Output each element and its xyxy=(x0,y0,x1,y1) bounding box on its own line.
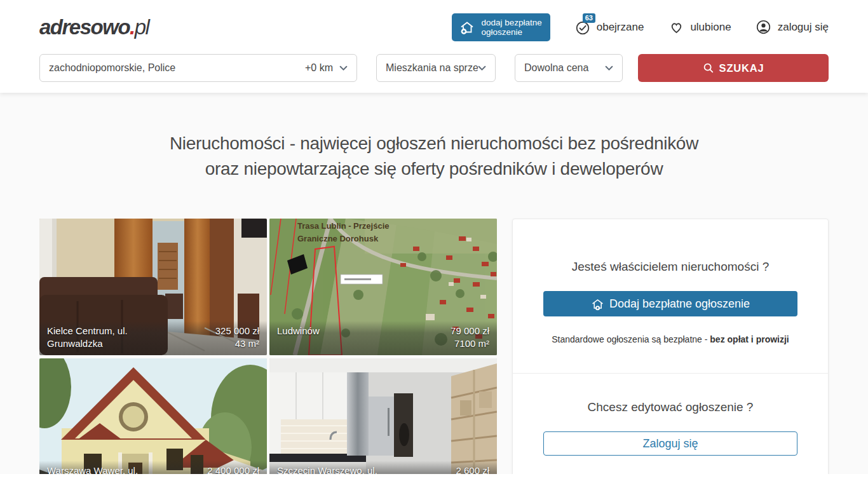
map-note-line1: Trasa Lublin - Przejście xyxy=(297,221,390,231)
listing-location: Kielce Centrum, ul. Grunwaldzka xyxy=(47,325,165,350)
sidebar-add-listing-label: Dodaj bezpłatne ogłoszenie xyxy=(609,297,750,311)
listing-card[interactable]: Trasa Lublin - Przejście Graniczne Doroh… xyxy=(269,219,497,355)
house-plus-icon xyxy=(459,19,475,36)
category-select[interactable]: Mieszkania na sprzedaż xyxy=(376,54,496,82)
add-listing-label: dodaj bezpłatne ogłoszenie xyxy=(481,18,541,37)
map-note-line2: Graniczne Dorohusk xyxy=(297,234,379,243)
listing-area: 43 m² xyxy=(215,337,259,350)
property-photo-kitchen xyxy=(269,358,497,474)
listing-price-area: 2 600 zł xyxy=(456,464,489,474)
main-area: Nieruchomości - najwięcej ogłoszeń nieru… xyxy=(0,93,868,474)
listing-caption: Warszawa Wawer, ul. 2 400 000 zł xyxy=(39,461,267,474)
sidebar-panel: Jesteś właścicielem nieruchomości ? Doda… xyxy=(512,219,829,474)
listing-caption: Kielce Centrum, ul. Grunwaldzka 325 000 … xyxy=(39,321,267,355)
chevron-down-icon xyxy=(339,65,348,71)
search-button-label: SZUKAJ xyxy=(719,62,764,74)
property-photo-house xyxy=(39,358,267,474)
radius-select[interactable]: +0 km xyxy=(305,62,348,74)
viewed-count-badge: 63 xyxy=(583,13,595,23)
listing-price: 325 000 zł xyxy=(215,325,259,337)
category-value: Mieszkania na sprzedaż xyxy=(386,62,478,74)
listings-grid: Kielce Centrum, ul. Grunwaldzka 325 000 … xyxy=(39,219,497,474)
chevron-down-icon xyxy=(478,65,486,71)
owner-section-note: Standardowe ogłoszenia są bezpłatne - be… xyxy=(543,334,797,344)
edit-section-note: Hasło otrzymałeś w SMS'ie lub ustawiłeś … xyxy=(543,473,797,474)
search-button[interactable]: SZUKAJ xyxy=(638,54,829,82)
listing-location: Szczecin Warszewo, ul. xyxy=(277,464,395,474)
listing-area: 7100 m² xyxy=(451,337,489,350)
radius-value: +0 km xyxy=(305,62,333,74)
user-icon xyxy=(756,19,772,36)
viewed-link[interactable]: 63 obejrzane xyxy=(574,19,644,36)
price-select[interactable]: Dowolna cena xyxy=(515,54,623,82)
search-icon xyxy=(703,62,714,74)
listing-card[interactable]: Kielce Centrum, ul. Grunwaldzka 325 000 … xyxy=(39,219,267,355)
listing-location: Ludwinów xyxy=(277,325,395,350)
location-input[interactable]: zachodniopomorskie, Police +0 km xyxy=(39,54,357,82)
listing-caption: Ludwinów 79 000 zł 7100 m² xyxy=(269,321,497,355)
heart-icon xyxy=(668,19,684,36)
page-title: Nieruchomości - najwięcej ogłoszeń nieru… xyxy=(0,131,868,182)
header: adresowo.pl dodaj bezpłatne ogłoszenie xyxy=(39,0,829,54)
header-actions: dodaj bezpłatne ogłoszenie 63 obejrzane xyxy=(452,13,829,41)
listing-price: 79 000 zł xyxy=(451,325,489,337)
listing-price-area: 325 000 zł 43 m² xyxy=(215,325,259,350)
login-link[interactable]: zaloguj się xyxy=(756,19,829,36)
owner-section-title: Jesteś właścicielem nieruchomości ? xyxy=(543,260,797,274)
listing-location: Warszawa Wawer, ul. xyxy=(47,464,165,474)
check-circle-icon: 63 xyxy=(574,19,591,36)
listing-price-area: 79 000 zł 7100 m² xyxy=(451,325,489,350)
house-plus-icon xyxy=(591,297,604,311)
edit-section: Chcesz edytować ogłoszenie ? Zaloguj się… xyxy=(513,374,828,474)
owner-section: Jesteś właścicielem nieruchomości ? Doda… xyxy=(513,219,828,373)
sidebar-login-label: Zaloguj się xyxy=(642,437,698,451)
search-bar: zachodniopomorskie, Police +0 km Mieszka… xyxy=(39,54,829,82)
favorites-label: ulubione xyxy=(690,21,731,34)
location-value: zachodniopomorskie, Police xyxy=(49,62,175,74)
logo-name: adresowo xyxy=(39,15,130,39)
listing-price-area: 2 400 000 zł xyxy=(207,464,259,474)
chevron-down-icon xyxy=(605,65,613,71)
logo-dot: . xyxy=(130,15,135,39)
sidebar-login-button[interactable]: Zaloguj się xyxy=(543,431,797,456)
logo-tld: pl xyxy=(135,15,149,39)
price-value: Dowolna cena xyxy=(524,62,605,74)
edit-section-title: Chcesz edytować ogłoszenie ? xyxy=(543,400,797,414)
listing-price: 2 600 zł xyxy=(456,464,489,474)
sidebar-add-listing-button[interactable]: Dodaj bezpłatne ogłoszenie xyxy=(543,291,797,316)
listing-card[interactable]: Szczecin Warszewo, ul. 2 600 zł xyxy=(269,358,497,474)
top-bar: adresowo.pl dodaj bezpłatne ogłoszenie xyxy=(0,0,868,93)
add-listing-button[interactable]: dodaj bezpłatne ogłoszenie xyxy=(452,13,550,41)
listing-price: 2 400 000 zł xyxy=(207,464,259,474)
logo[interactable]: adresowo.pl xyxy=(39,15,149,39)
listing-caption: Szczecin Warszewo, ul. 2 600 zł xyxy=(269,461,497,474)
viewed-label: obejrzane xyxy=(597,21,644,34)
listing-card[interactable]: Warszawa Wawer, ul. 2 400 000 zł xyxy=(39,358,267,474)
favorites-link[interactable]: ulubione xyxy=(668,19,731,36)
login-label: zaloguj się xyxy=(778,21,829,34)
